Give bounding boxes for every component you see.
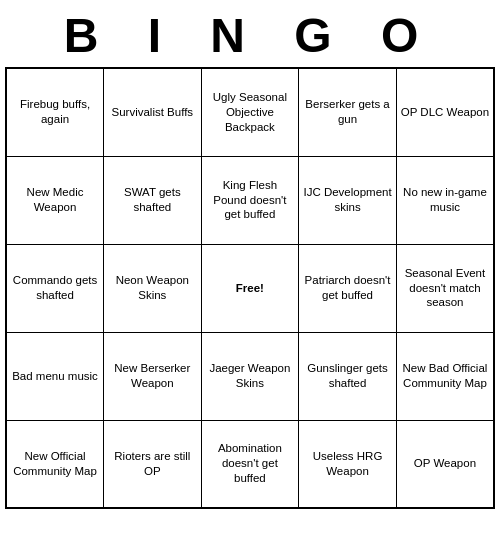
cell-r0-c0: Firebug buffs, again xyxy=(6,68,104,156)
cell-r2-c1: Neon Weapon Skins xyxy=(104,244,201,332)
cell-r1-c0: New Medic Weapon xyxy=(6,156,104,244)
cell-r3-c3: Gunslinger gets shafted xyxy=(299,332,397,420)
cell-r2-c0: Commando gets shafted xyxy=(6,244,104,332)
cell-r4-c4: OP Weapon xyxy=(396,420,494,508)
cell-r0-c1: Survivalist Buffs xyxy=(104,68,201,156)
cell-r1-c3: IJC Development skins xyxy=(299,156,397,244)
cell-r1-c1: SWAT gets shafted xyxy=(104,156,201,244)
cell-r3-c0: Bad menu music xyxy=(6,332,104,420)
cell-r4-c0: New Official Community Map xyxy=(6,420,104,508)
cell-r4-c1: Rioters are still OP xyxy=(104,420,201,508)
cell-r3-c2: Jaeger Weapon Skins xyxy=(201,332,299,420)
cell-r2-c4: Seasonal Event doesn't match season xyxy=(396,244,494,332)
bingo-grid: Firebug buffs, againSurvivalist BuffsUgl… xyxy=(5,67,495,509)
cell-r1-c2: King Flesh Pound doesn't get buffed xyxy=(201,156,299,244)
cell-r3-c1: New Berserker Weapon xyxy=(104,332,201,420)
cell-r2-c3: Patriarch doesn't get buffed xyxy=(299,244,397,332)
cell-r0-c2: Ugly Seasonal Objective Backpack xyxy=(201,68,299,156)
cell-r1-c4: No new in-game music xyxy=(396,156,494,244)
cell-r4-c3: Useless HRG Weapon xyxy=(299,420,397,508)
cell-r0-c4: OP DLC Weapon xyxy=(396,68,494,156)
cell-r0-c3: Berserker gets a gun xyxy=(299,68,397,156)
cell-r3-c4: New Bad Official Community Map xyxy=(396,332,494,420)
cell-r2-c2: Free! xyxy=(201,244,299,332)
cell-r4-c2: Abomination doesn't get buffed xyxy=(201,420,299,508)
bingo-title: B I N G O xyxy=(0,0,500,67)
